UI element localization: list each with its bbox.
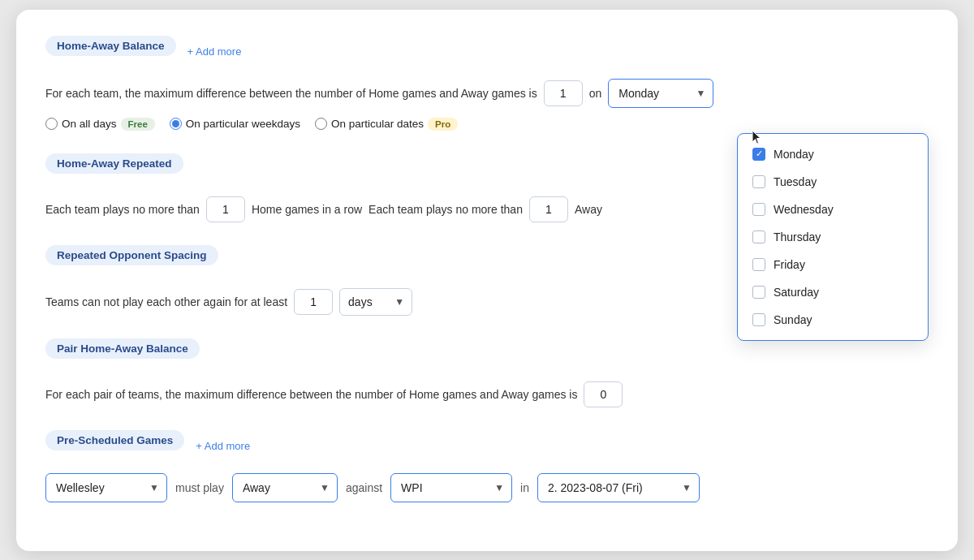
- radio-particular-dates-label: On particular dates: [331, 118, 424, 130]
- radio-particular-dates-input[interactable]: [315, 118, 327, 130]
- radio-particular-weekdays-label: On particular weekdays: [186, 118, 300, 130]
- tuesday-checkbox-icon: [752, 175, 765, 188]
- dropdown-item-tuesday[interactable]: Tuesday: [738, 168, 928, 196]
- team2-select-wrapper: WPI Wellesley Team A ▼: [390, 473, 512, 502]
- home-away-repeated-text3: Each team plays no more than: [368, 203, 523, 216]
- saturday-label: Saturday: [774, 286, 819, 299]
- home-away-balance-on-text: on: [589, 87, 602, 100]
- pre-scheduled-games-header: Pre-Scheduled Games + Add more: [45, 430, 929, 462]
- weekday-dropdown-overlay: ✓ Monday Tuesday Wednesday Thursday Frid…: [737, 133, 929, 341]
- pair-home-away-balance-label: Pair Home-Away Balance: [45, 338, 200, 359]
- home-away-repeated-label: Home-Away Repeated: [45, 153, 183, 174]
- dropdown-item-monday[interactable]: ✓ Monday: [738, 140, 928, 168]
- team1-select-wrapper: Wellesley WPI Team A ▼: [45, 473, 167, 502]
- radio-all-days-label: On all days: [62, 118, 117, 130]
- radio-all-days-input[interactable]: [45, 118, 58, 130]
- repeated-opponent-spacing-label: Repeated Opponent Spacing: [45, 245, 218, 265]
- radio-particular-weekdays-input[interactable]: [170, 118, 182, 130]
- free-badge: Free: [121, 118, 155, 131]
- sunday-checkbox-icon: [752, 313, 765, 326]
- saturday-checkbox-icon: [752, 286, 765, 299]
- radio-particular-weekdays[interactable]: On particular weekdays: [170, 118, 300, 130]
- opponent-spacing-value-input[interactable]: [294, 289, 333, 315]
- team1-select[interactable]: Wellesley WPI Team A: [45, 473, 167, 502]
- pair-home-away-balance-row: For each pair of teams, the maximum diff…: [45, 381, 929, 407]
- tuesday-label: Tuesday: [774, 175, 817, 188]
- pair-home-away-balance-description: For each pair of teams, the maximum diff…: [45, 388, 577, 401]
- pre-scheduled-games-label: Pre-Scheduled Games: [45, 430, 184, 450]
- home-games-value-input[interactable]: [206, 196, 245, 222]
- home-away-balance-label: Home-Away Balance: [45, 36, 176, 56]
- home-away-balance-header: Home-Away Balance + Add more: [45, 36, 929, 67]
- days-select-wrapper: days weeks ▼: [339, 288, 412, 316]
- pair-home-away-balance-header: Pair Home-Away Balance: [45, 338, 929, 370]
- pair-home-away-balance-value-input[interactable]: [584, 381, 623, 407]
- home-away-repeated-text4: Away: [575, 203, 602, 216]
- friday-label: Friday: [774, 258, 805, 271]
- against-text: against: [346, 481, 382, 494]
- dropdown-item-saturday[interactable]: Saturday: [738, 278, 928, 306]
- monday-checkbox-icon: ✓: [752, 148, 765, 161]
- away-games-value-input[interactable]: [529, 196, 568, 222]
- game-type-select[interactable]: Away Home: [232, 473, 338, 502]
- must-play-text: must play: [175, 481, 224, 494]
- radio-particular-dates[interactable]: On particular dates Pro: [315, 118, 458, 131]
- dropdown-item-sunday[interactable]: Sunday: [738, 306, 928, 334]
- home-away-balance-section: Home-Away Balance + Add more For each te…: [45, 36, 929, 131]
- main-card: Home-Away Balance + Add more For each te…: [16, 10, 958, 551]
- pre-scheduled-games-add-more[interactable]: + Add more: [196, 440, 250, 452]
- home-away-repeated-text2: Home games in a row: [252, 203, 362, 216]
- weekday-select[interactable]: Monday Tuesday Wednesday Thursday Friday…: [608, 79, 713, 108]
- dropdown-item-thursday[interactable]: Thursday: [738, 223, 928, 251]
- friday-checkbox-icon: [752, 258, 765, 271]
- thursday-checkbox-icon: [752, 230, 765, 243]
- home-away-balance-value-input[interactable]: [544, 80, 583, 106]
- date-select[interactable]: 2. 2023-08-07 (Fri) 3. 2023-08-14 (Fri): [537, 473, 700, 502]
- home-away-balance-description: For each team, the maximum difference be…: [45, 87, 537, 100]
- days-unit-select[interactable]: days weeks: [339, 288, 412, 316]
- pair-home-away-balance-section: Pair Home-Away Balance For each pair of …: [45, 338, 929, 407]
- home-away-balance-add-more[interactable]: + Add more: [187, 45, 242, 58]
- dropdown-item-wednesday[interactable]: Wednesday: [738, 196, 928, 223]
- game-type-select-wrapper: Away Home ▼: [232, 473, 338, 502]
- home-away-balance-row: For each team, the maximum difference be…: [45, 79, 929, 108]
- repeated-opponent-spacing-text: Teams can not play each other again for …: [45, 295, 287, 308]
- sunday-label: Sunday: [774, 313, 812, 326]
- thursday-label: Thursday: [774, 230, 821, 243]
- monday-label: Monday: [774, 148, 814, 161]
- radio-all-days[interactable]: On all days Free: [45, 118, 155, 131]
- in-text: in: [520, 481, 529, 494]
- pre-scheduled-games-section: Pre-Scheduled Games + Add more Wellesley…: [45, 430, 929, 502]
- pro-badge: Pro: [428, 118, 458, 131]
- weekday-select-wrapper: Monday Tuesday Wednesday Thursday Friday…: [608, 79, 713, 108]
- team2-select[interactable]: WPI Wellesley Team A: [390, 473, 512, 502]
- dropdown-item-friday[interactable]: Friday: [738, 251, 928, 278]
- wednesday-label: Wednesday: [774, 203, 834, 216]
- day-type-radio-group: On all days Free On particular weekdays …: [45, 118, 929, 131]
- wednesday-checkbox-icon: [752, 203, 765, 216]
- date-select-wrapper: 2. 2023-08-07 (Fri) 3. 2023-08-14 (Fri) …: [537, 473, 700, 502]
- pre-scheduled-games-row: Wellesley WPI Team A ▼ must play Away Ho…: [45, 473, 929, 502]
- home-away-repeated-text1: Each team plays no more than: [45, 203, 200, 216]
